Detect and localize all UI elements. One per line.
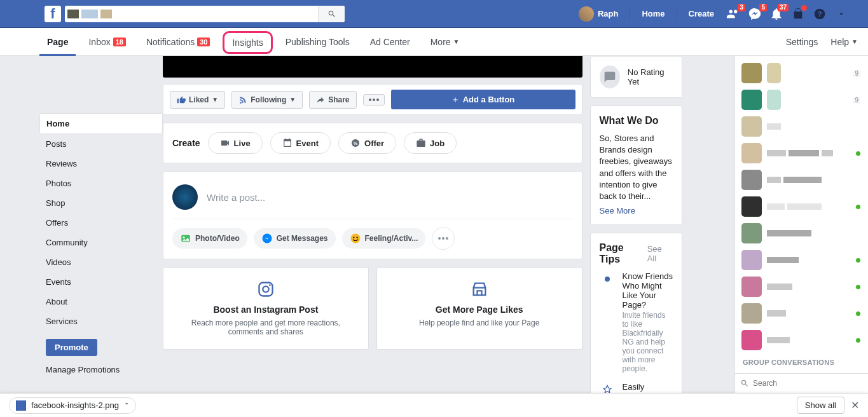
create-group-link[interactable]: Create New Group [740,369,863,373]
contact-row[interactable] [740,140,863,167]
sidebar-item-home[interactable]: Home [39,113,163,134]
instagram-icon [257,280,275,298]
search-chips [65,10,112,18]
tip-item[interactable]: Easily Manage Your Page From Anywhere Ge… [600,382,673,393]
notifications-icon[interactable]: 37 [769,6,784,22]
home-link[interactable]: Home [638,9,668,18]
svg-point-19 [605,277,610,282]
get-likes-card[interactable]: Get More Page Likes Help people find and… [376,267,582,350]
rating-card: No Rating Yet [590,56,682,98]
feeling-chip[interactable]: Feeling/Activ... [342,228,426,249]
facebook-logo[interactable]: f [45,6,61,22]
chevron-down-icon: ▼ [851,38,858,45]
chevron-down-icon: ▼ [453,38,460,45]
topbar-right: Raph Home Create 3 5 37 ? [575,6,849,22]
photo-video-chip[interactable]: Photo/Video [172,228,247,249]
liked-button[interactable]: Liked▼ [170,91,225,109]
chat-bottom-bar [735,373,868,393]
share-icon [316,95,325,104]
what-we-do-card: What We Do So, Stores and Brands design … [590,106,682,225]
tip-item[interactable]: Know Friends Who Might Like Your Page? I… [600,271,673,373]
chat-search-input[interactable] [753,379,848,388]
help-icon[interactable]: ? [812,6,827,22]
sidebar-item-reviews[interactable]: Reviews [39,154,163,174]
sidebar-item-shop[interactable]: Shop [39,193,163,213]
boost-instagram-card[interactable]: Boost an Instagram Post Reach more peopl… [163,267,369,350]
create-offer[interactable]: %Offer [338,132,396,154]
photo-icon [180,233,191,244]
lightbulb-icon [600,271,615,287]
create-link[interactable]: Create [685,9,718,18]
composer-input[interactable]: Write a post... [207,192,265,203]
create-label: Create [172,138,200,148]
contact-row[interactable]: 9 [740,60,863,86]
tag-icon: % [350,138,361,148]
svg-point-13 [438,237,441,240]
create-card: Create Live Event %Offer Job [163,123,582,163]
group-conversations-header: GROUP CONVERSATIONS [740,353,863,369]
tab-adcenter[interactable]: Ad Center [362,28,418,55]
sidebar-item-events[interactable]: Events [39,272,163,292]
svg-point-8 [183,236,185,238]
search-input[interactable] [112,9,318,18]
sidebar-item-photos[interactable]: Photos [39,174,163,193]
see-more-link[interactable]: See More [600,206,635,215]
contact-row[interactable] [740,113,863,140]
sidebar-item-offers[interactable]: Offers [39,213,163,233]
svg-point-10 [350,234,360,243]
friends-icon[interactable]: 3 [726,6,741,22]
tab-notifications[interactable]: Notifications30 [139,28,218,55]
svg-point-14 [442,237,444,240]
share-button[interactable]: Share [309,91,356,109]
sidebar-item-services[interactable]: Services [39,311,163,331]
search-button[interactable] [318,6,345,22]
topbar: f Raph Home Create 3 5 [0,0,868,28]
create-live[interactable]: Live [208,132,263,154]
contact-row[interactable] [740,327,863,353]
app-icon [600,382,615,393]
tab-inbox[interactable]: Inbox18 [81,28,134,55]
storefront-icon [471,280,488,298]
cover-photo-strip [163,56,582,78]
add-a-button[interactable]: Add a Button [391,90,575,109]
composer-more[interactable] [432,227,455,250]
following-button[interactable]: Following▼ [231,91,303,109]
sidebar-item-community[interactable]: Community [39,233,163,252]
sidebar-item-videos[interactable]: Videos [39,252,163,272]
sidebar-item-about[interactable]: About [39,292,163,311]
get-messages-chip[interactable]: Get Messages [254,228,336,249]
chat-sidebar: 9 9 GROUP CONVERSATIONS Create New Group [734,56,868,393]
contact-row[interactable] [740,193,863,220]
svg-point-2 [369,99,371,101]
svg-point-11 [353,236,354,238]
promote-button[interactable]: Promote [46,339,97,356]
tab-page[interactable]: Page [39,28,76,55]
tab-help[interactable]: Help▼ [830,28,858,55]
tab-publishing[interactable]: Publishing Tools [278,28,357,55]
contact-row[interactable] [740,247,863,273]
tab-insights[interactable]: Insights [223,31,272,54]
composer-card: Write a post... Photo/Video Get Messages… [163,171,582,259]
contact-row[interactable] [740,273,863,300]
contact-row[interactable] [740,220,863,247]
tab-more[interactable]: More▼ [423,28,467,55]
create-event[interactable]: Event [270,132,331,154]
quick-help-icon[interactable] [790,6,806,22]
camera-icon [220,138,230,148]
sidebar-item-posts[interactable]: Posts [39,134,163,154]
tab-settings[interactable]: Settings [786,28,818,55]
contact-row[interactable] [740,167,863,193]
contact-row[interactable] [740,300,863,327]
dropdown-icon[interactable] [834,6,849,22]
profile-link[interactable]: Raph [575,6,623,22]
messenger-icon [261,233,273,244]
page-tips-title: Page Tips [600,242,647,265]
create-job[interactable]: Job [404,132,457,154]
see-all-link[interactable]: See All [647,244,673,263]
search-icon [327,10,336,18]
messages-icon[interactable]: 5 [747,6,762,22]
contact-row[interactable]: 9 [740,86,863,113]
left-sidebar: Home Posts Reviews Photos Shop Offers Co… [0,56,163,393]
more-button[interactable] [363,94,385,106]
manage-promotions-link[interactable]: Manage Promotions [39,361,163,378]
